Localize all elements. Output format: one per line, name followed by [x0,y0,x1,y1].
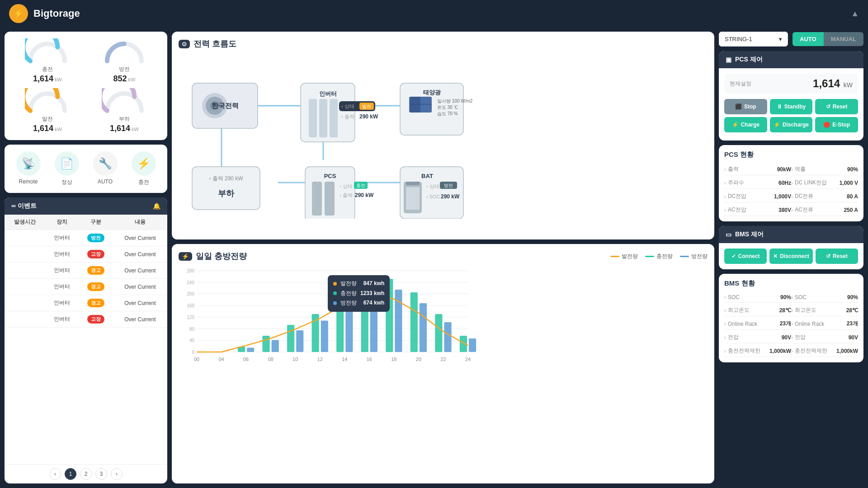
svg-text:22: 22 [440,357,446,362]
tooltip-charge-label: 충전량 [340,289,357,299]
flow-header: ⊙ 전력 흐름도 [179,38,708,49]
pcs-btn-label-5: E-Stop [832,122,850,128]
collapse-icon[interactable]: ▲ [851,9,859,19]
page-3-button[interactable]: 3 [95,468,107,480]
tooltip-discharge-dot [333,301,337,305]
bms-key-left-3: 전압 [724,333,739,341]
pcs-status-right-2: DC전류80 A [791,191,858,202]
svg-text:충전: 충전 [356,183,365,188]
event-type-4: 경고 [79,295,113,311]
bms-status-left-2: Online Rack23개 [724,318,791,330]
svg-rect-81 [435,314,442,352]
svg-text:부하: 부하 [218,189,235,198]
main-layout: 총전 1,614 kW 방전 852 kW 발전 1,614 kW [0,27,868,488]
pcs-btn-icon-0: ⬛ [735,103,742,110]
svg-text:200: 200 [187,291,194,296]
icon-label-charge: 충전 [138,178,149,186]
icon-symbol-remote: 📡 [22,157,35,170]
pcs-btn-label-1: Standby [784,103,806,110]
bms-btn-disconnect[interactable]: ✕Disconnect [769,249,813,264]
icon-label-remote: Remote [19,178,38,185]
right-panel: STRING-1 ▾ AUTO MANUAL ▣ PCS 제어 현재설정 1,6… [719,32,863,483]
header: ⚡ Bigtorage ▲ [0,0,868,27]
bms-key-right-2: Online Rack [791,321,824,327]
events-panel: ∞ 이벤트 🔔 발생시간 장치 구분 내용 인버터 [5,197,167,483]
bms-btn-icon-1: ✕ [773,253,778,259]
pcs-btn-charge[interactable]: ⚡Charge [724,117,767,132]
pcs-key-right-0: 역률 [791,165,806,173]
bms-ctrl-title: BMS 제어 [735,230,764,239]
svg-rect-82 [444,322,451,352]
events-bell-icon[interactable]: 🔔 [153,202,160,210]
svg-text:10: 10 [292,357,298,362]
svg-rect-72 [321,320,328,352]
legend-dot-1 [645,256,654,257]
bms-btn-reset[interactable]: ↺Reset [816,249,858,264]
event-type-0: 방전 [79,230,113,246]
pcs-status-card: PCS 현황 출력90kW역률90%주파수60HzDC LINK전압1,000 … [719,145,863,221]
svg-text:PCS: PCS [324,173,336,179]
pcs-val-right-0: 90% [847,166,858,173]
svg-text:00: 00 [194,357,199,362]
bms-status-right-2: Online Rack23개 [791,318,858,330]
col-device: 장치 [45,215,78,230]
svg-rect-84 [469,338,476,352]
svg-text:06: 06 [243,357,249,362]
bms-status-left-0: SOC90% [724,292,791,303]
tooltip-discharge-row: 방전량 674 kwh [333,298,384,308]
pcs-control-buttons: ⬛Stop⏸Standby↺Reset⚡Charge⚡Discharge🛑E-S… [724,99,858,132]
chart-icon: ⚡ [179,252,192,261]
status-icon-normal[interactable]: 📄 정상 [50,151,84,186]
icon-label-auto: AUTO [98,178,113,185]
stats-card: 총전 1,614 kW 방전 852 kW 발전 1,614 kW [5,32,167,140]
bms-val-right-1: 28℃ [846,307,858,314]
page-1-button[interactable]: 1 [65,468,76,480]
current-setting: 현재설정 1,614 kW [724,74,858,94]
bms-val-right-0: 90% [847,294,858,300]
tooltip-charge-val: 1233 kwh [360,289,384,299]
tooltip-discharge-val: 674 kwh [363,298,385,308]
event-content-5: Over Current [113,311,167,328]
manual-mode-button[interactable]: MANUAL [824,32,863,46]
pcs-btn-icon-5: 🛑 [823,122,830,128]
pcs-btn-reset[interactable]: ↺Reset [815,99,858,114]
pcs-btn-icon-4: ⚡ [774,122,780,128]
legend-label-0: 발전량 [622,253,638,260]
svg-text:18: 18 [391,357,396,362]
pcs-btn-e-stop[interactable]: 🛑E-Stop [815,117,858,132]
pcs-btn-stop[interactable]: ⬛Stop [724,99,767,114]
event-content-2: Over Current [113,263,167,279]
svg-rect-78 [395,290,402,352]
bms-btn-connect[interactable]: ✓Connect [724,249,767,264]
flow-icon: ⊙ [179,40,190,48]
status-icon-charge[interactable]: ⚡ 충전 [127,151,160,186]
next-page-button[interactable]: › [111,468,123,480]
svg-rect-68 [272,340,279,352]
icon-symbol-auto: 🔧 [99,157,112,170]
prev-page-button[interactable]: ‹ [49,468,61,480]
icon-circle-auto: 🔧 [93,151,118,176]
bms-status-left-4: 충전전력제한1,000kW [724,345,791,357]
pcs-ctrl-title: PCS 제어 [735,56,763,64]
bms-val-left-0: 90% [780,294,791,300]
event-content-3: Over Current [113,279,167,295]
svg-text:40: 40 [189,338,195,343]
event-row-1: 인버터 고장 Over Current [5,246,167,263]
svg-rect-16 [330,99,338,137]
event-type-1: 고장 [79,246,113,263]
string-dropdown[interactable]: STRING-1 ▾ [719,32,788,47]
status-icon-remote[interactable]: 📡 Remote [11,151,45,186]
pcs-key-left-2: DC전압 [724,192,746,200]
bms-status-right-1: 최고온도28℃ [791,305,858,316]
svg-rect-80 [420,303,427,352]
status-icon-auto[interactable]: 🔧 AUTO [88,151,122,186]
svg-text:80: 80 [189,327,195,332]
pcs-btn-discharge[interactable]: ⚡Discharge [770,117,813,132]
bms-ctrl-icon: ▭ [726,231,731,238]
pcs-btn-standby[interactable]: ⏸Standby [770,99,813,114]
auto-mode-button[interactable]: AUTO [793,32,824,46]
page-2-button[interactable]: 2 [80,468,92,480]
event-device-2: 인버터 [45,263,78,279]
pcs-val-left-1: 60Hz [778,180,791,186]
icon-symbol-charge: ⚡ [137,157,151,170]
